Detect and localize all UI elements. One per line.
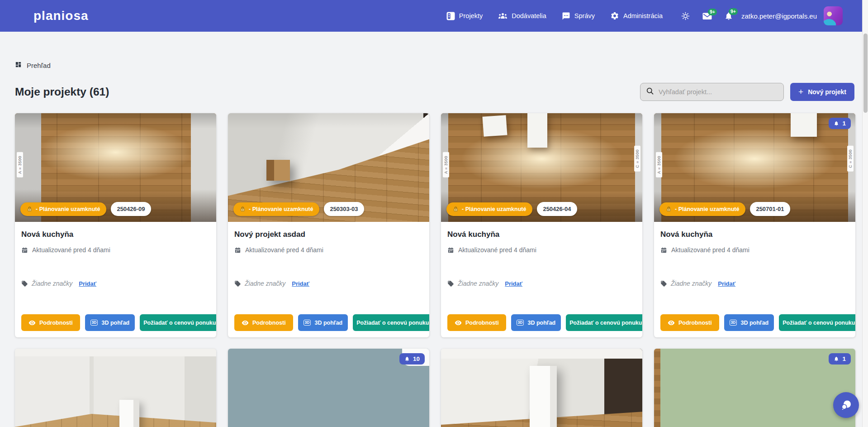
details-label: Podrobnosti (252, 320, 286, 326)
search-input[interactable] (659, 88, 778, 96)
project-card[interactable]: A = 3500 - Plánovanie uzamknuté 250426-0… (15, 113, 216, 337)
request-quote-button[interactable]: Požiadať o cenovú ponuku (779, 314, 855, 331)
add-tag-link[interactable]: Pridať (79, 280, 96, 287)
tag-icon (660, 280, 667, 287)
locked-status-label: - Plánovanie uzamknuté (675, 206, 739, 212)
chat-fab-button[interactable] (833, 392, 859, 418)
project-card[interactable]: 10 (228, 349, 429, 427)
project-updated: Aktualizované pred 4 dňami (21, 246, 210, 254)
request-quote-button[interactable]: Požiadať o cenovú ponuku (566, 314, 642, 331)
no-tags-label: Žiadne značky (671, 280, 711, 287)
project-thumbnail[interactable] (15, 349, 216, 427)
thumbnail-cabinet (530, 366, 557, 427)
project-title: Nový projekt asdad (234, 230, 423, 239)
bell-icon[interactable]: 9+ (724, 11, 733, 21)
thumbnail-badges: - Plánovanie uzamknuté 250426-04 (446, 202, 577, 216)
mail-icon[interactable]: 9+ (702, 12, 712, 20)
view-3d-button[interactable]: 3D 3D pohľad (724, 314, 774, 331)
eye-icon (455, 319, 462, 326)
project-card[interactable]: A = 3500 C = 3500 1 - Plánovanie uzamknu… (654, 113, 855, 337)
menu-item-admin[interactable]: Administrácia (610, 11, 663, 20)
thumbnail-cabinet (266, 160, 290, 181)
locked-status-label: - Plánovanie uzamknuté (36, 206, 100, 212)
project-code-badge: 250426-09 (111, 202, 151, 216)
locked-status-badge[interactable]: - Plánovanie uzamknuté (446, 202, 532, 216)
page-scrollbar[interactable] (862, 0, 868, 427)
request-quote-button[interactable]: Požiadať o cenovú ponuku (140, 314, 216, 331)
project-card[interactable]: 1 (654, 349, 855, 427)
menu-item-projects[interactable]: Projekty (446, 12, 483, 20)
add-tag-link[interactable]: Pridať (718, 280, 735, 287)
project-thumbnail[interactable]: A = 3500 C = 3500 1 - Plánovanie uzamknu… (654, 113, 855, 222)
view-3d-button[interactable]: 3D 3D pohľad (85, 314, 135, 331)
scrollbar-thumb[interactable] (863, 34, 868, 113)
dimension-label: C = 3500 (634, 146, 640, 172)
notification-count-badge[interactable]: 1 (829, 118, 851, 129)
dashboard-grid-icon (15, 61, 22, 69)
project-updated: Aktualizované pred 4 dňami (660, 246, 849, 254)
project-card[interactable]: - Plánovanie uzamknuté 250303-03 Nový pr… (228, 113, 429, 337)
details-button[interactable]: Podrobnosti (21, 314, 80, 331)
request-quote-button[interactable]: Požiadať o cenovú ponuku (353, 314, 429, 331)
locked-status-badge[interactable]: - Plánovanie uzamknuté (20, 202, 106, 216)
add-tag-link[interactable]: Pridať (292, 280, 309, 287)
project-thumbnail[interactable]: - Plánovanie uzamknuté 250303-03 (228, 113, 429, 222)
menu-label-messages: Správy (574, 12, 595, 19)
3d-icon: 3D (90, 320, 98, 326)
tags-row: Žiadne značky Pridať (660, 280, 849, 287)
lock-icon (27, 206, 33, 212)
locked-status-badge[interactable]: - Plánovanie uzamknuté (659, 202, 745, 216)
new-project-button[interactable]: + Nový projekt (790, 83, 854, 101)
project-thumbnail[interactable]: 10 (228, 349, 429, 427)
user-email[interactable]: zatko.peter@igportals.eu (741, 12, 817, 20)
projects-icon (446, 12, 455, 20)
project-thumbnail[interactable]: 1 (654, 349, 855, 427)
menu-label-admin: Administrácia (623, 12, 663, 19)
menu-item-messages[interactable]: Správy (562, 12, 595, 20)
dimension-label: C = 3500 (847, 146, 854, 172)
page-header: Moje projekty (61) + Nový projekt (15, 83, 854, 101)
breadcrumb[interactable]: Prehľad (15, 61, 868, 69)
bell-icon (404, 356, 410, 362)
suppliers-icon (498, 12, 508, 20)
view-3d-button[interactable]: 3D 3D pohľad (511, 314, 561, 331)
project-code-badge: 250701-01 (750, 202, 790, 216)
details-button[interactable]: Podrobnosti (447, 314, 506, 331)
notification-count: 10 (413, 355, 420, 362)
add-tag-link[interactable]: Pridať (505, 280, 522, 287)
project-thumbnail[interactable] (441, 349, 642, 427)
search-icon (646, 87, 654, 97)
tags-row: Žiadne značky Pridať (234, 280, 423, 287)
theme-toggle-sun-icon[interactable] (681, 11, 690, 21)
notification-count-badge[interactable]: 10 (399, 353, 425, 365)
project-card[interactable]: A = 3500 C = 3500 - Plánovanie uzamknuté… (441, 113, 642, 337)
menu-item-suppliers[interactable]: Dodávatelia (498, 12, 546, 20)
project-updated: Aktualizované pred 4 dňami (234, 246, 423, 254)
calendar-icon (234, 247, 241, 254)
project-thumbnail[interactable]: A = 3500 - Plánovanie uzamknuté 250426-0… (15, 113, 216, 222)
menu-label-projects: Projekty (459, 12, 483, 19)
request-quote-label: Požiadať o cenovú ponuku (783, 320, 855, 326)
tags-row: Žiadne značky Pridať (21, 280, 210, 287)
avatar[interactable] (824, 6, 843, 25)
locked-status-badge[interactable]: - Plánovanie uzamknuté (233, 202, 319, 216)
updated-label: Aktualizované pred 4 dňami (245, 246, 323, 254)
details-label: Podrobnosti (39, 320, 73, 326)
card-body: Nová kuchyňa Aktualizované pred 4 dňami … (441, 222, 642, 337)
thumbnail-floor (15, 349, 216, 427)
project-thumbnail[interactable]: A = 3500 C = 3500 - Plánovanie uzamknuté… (441, 113, 642, 222)
details-button[interactable]: Podrobnosti (660, 314, 719, 331)
details-label: Podrobnosti (678, 320, 712, 326)
project-card[interactable] (441, 349, 642, 427)
notification-count: 1 (842, 120, 846, 127)
details-button[interactable]: Podrobnosti (234, 314, 293, 331)
project-card[interactable] (15, 349, 216, 427)
notification-count-badge[interactable]: 1 (829, 353, 851, 365)
app-logo[interactable]: planiosa (33, 9, 89, 23)
thumbnail-badges: - Plánovanie uzamknuté 250426-09 (20, 202, 151, 216)
projects-grid: A = 3500 - Plánovanie uzamknuté 250426-0… (15, 113, 855, 427)
3d-icon: 3D (517, 320, 524, 326)
top-navbar: planiosa Projekty Dodávatelia Správy Adm… (0, 0, 868, 32)
view-3d-button[interactable]: 3D 3D pohľad (298, 314, 348, 331)
card-body: Nová kuchyňa Aktualizované pred 4 dňami … (654, 222, 855, 337)
